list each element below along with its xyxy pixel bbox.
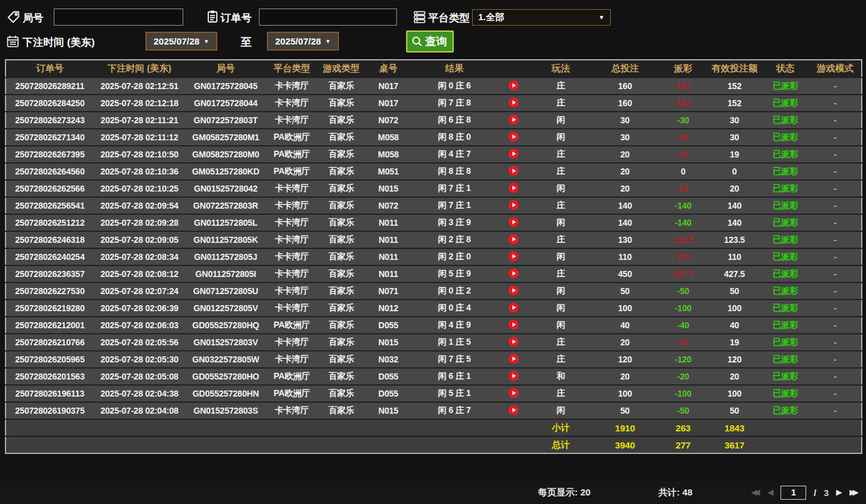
cell-replay <box>497 129 530 146</box>
cell-payout: -100 <box>658 385 707 402</box>
play-replay-icon[interactable] <box>508 405 519 416</box>
play-replay-icon[interactable] <box>508 148 519 159</box>
cell-game-no: GN0112572805I <box>185 265 266 283</box>
order-no-input[interactable] <box>259 9 397 26</box>
cell-platform: 卡卡湾厅 <box>266 283 318 300</box>
cell-order-no: 250728026267395 <box>5 146 93 163</box>
page-input[interactable] <box>780 486 806 500</box>
play-replay-icon[interactable] <box>508 302 519 313</box>
cell-platform: 卡卡湾厅 <box>266 265 318 283</box>
subtotal-label: 小计 <box>530 419 591 436</box>
bet-records-table: 订单号 下注时间 (美东) 局号 平台类型 游戏类型 桌号 结果 玩法 总投注 … <box>5 59 862 454</box>
col-result: 结果 <box>412 60 497 77</box>
cell-game-type: 百家乐 <box>318 231 365 248</box>
cell-table-no: N011 <box>365 248 412 265</box>
last-page-button[interactable]: ▶▶ <box>850 485 859 500</box>
cell-payout: 19 <box>658 146 707 163</box>
play-replay-icon[interactable] <box>508 114 519 125</box>
date-from-picker[interactable]: 2025/07/28 ▼ <box>145 32 217 51</box>
cell-game-no: GN0712572805U <box>185 283 266 300</box>
game-no-input[interactable] <box>54 9 183 26</box>
cell-platform: PA欧洲厅 <box>266 385 318 402</box>
cell-payout: -140 <box>658 197 707 214</box>
cell-total-bet: 30 <box>591 129 658 146</box>
cell-replay <box>497 146 530 163</box>
cell-payout: 20 <box>658 180 707 197</box>
cell-result: 闲 6 庄 7 <box>412 402 497 419</box>
play-replay-icon[interactable] <box>508 200 519 211</box>
col-game-type: 游戏类型 <box>318 60 365 77</box>
next-page-button[interactable]: ▶ <box>836 485 842 500</box>
cell-game-mode: - <box>809 214 862 231</box>
play-replay-icon[interactable] <box>508 251 519 262</box>
cell-valid-bet: 427.5 <box>708 265 762 283</box>
cell-platform: PA欧洲厅 <box>266 317 318 334</box>
date-to-value: 2025/07/28 <box>275 36 321 46</box>
search-button[interactable]: 查询 <box>406 31 454 52</box>
cell-valid-bet: 50 <box>708 402 762 419</box>
subtotal-total-bet: 1910 <box>591 419 658 436</box>
cell-game-type: 百家乐 <box>318 317 365 334</box>
cell-order-no: 250728026205965 <box>5 351 93 368</box>
cell-result: 闲 7 庄 1 <box>412 197 497 214</box>
cell-order-no: 250728026201563 <box>5 368 93 385</box>
cell-game-type: 百家乐 <box>318 197 365 214</box>
platform-type-select[interactable]: 1.全部 ▼ <box>472 9 611 26</box>
cell-table-no: N011 <box>365 231 412 248</box>
subtotal-row: 小计 1910 263 1843 <box>5 419 862 436</box>
date-to-picker[interactable]: 2025/07/28 ▼ <box>267 32 339 51</box>
cell-result: 闲 8 庄 8 <box>412 163 497 180</box>
col-order-no: 订单号 <box>5 60 93 77</box>
cell-platform: 卡卡湾厅 <box>266 112 318 129</box>
cell-valid-bet: 19 <box>708 146 762 163</box>
play-replay-icon[interactable] <box>508 80 519 91</box>
cell-valid-bet: 100 <box>708 300 762 317</box>
play-replay-icon[interactable] <box>508 387 519 398</box>
cell-status: 已派彩 <box>762 402 809 419</box>
cell-status: 已派彩 <box>762 283 809 300</box>
play-replay-icon[interactable] <box>508 234 519 245</box>
play-replay-icon[interactable] <box>508 131 519 142</box>
cell-total-bet: 100 <box>591 300 658 317</box>
table-row: 250728026240254 2025-07-28 02:08:34 GN01… <box>5 248 862 265</box>
cell-table-no: N015 <box>365 402 412 419</box>
table-row: 250728026262566 2025-07-28 02:10:25 GN01… <box>5 180 862 197</box>
prev-page-button[interactable]: ◀ <box>767 485 773 500</box>
cell-status: 已派彩 <box>762 368 809 385</box>
cell-play: 庄 <box>530 146 591 163</box>
cell-replay <box>497 180 530 197</box>
cell-bet-time: 2025-07-28 02:05:08 <box>93 368 185 385</box>
cell-status: 已派彩 <box>762 334 809 351</box>
total-row: 总计 3940 277 3617 <box>5 436 862 453</box>
cell-order-no: 250728026212001 <box>5 317 93 334</box>
cell-game-no: GN0152572803S <box>185 402 266 419</box>
cell-replay <box>497 197 530 214</box>
play-replay-icon[interactable] <box>508 217 519 228</box>
play-replay-icon[interactable] <box>508 353 519 364</box>
cell-valid-bet: 19 <box>708 334 762 351</box>
play-replay-icon[interactable] <box>508 97 519 108</box>
play-replay-icon[interactable] <box>508 319 519 330</box>
play-replay-icon[interactable] <box>508 336 519 347</box>
cell-payout: 19 <box>658 334 707 351</box>
play-replay-icon[interactable] <box>508 165 519 176</box>
cell-game-mode: - <box>809 129 862 146</box>
cell-bet-time: 2025-07-28 02:12:51 <box>93 77 185 95</box>
play-replay-icon[interactable] <box>508 268 519 279</box>
play-replay-icon[interactable] <box>508 370 519 381</box>
cell-game-no: GN0112572805K <box>185 231 266 248</box>
cell-platform: PA欧洲厅 <box>266 146 318 163</box>
table-row: 250728026210766 2025-07-28 02:05:56 GN01… <box>5 334 862 351</box>
cell-order-no: 250728026240254 <box>5 248 93 265</box>
cell-status: 已派彩 <box>762 265 809 283</box>
play-replay-icon[interactable] <box>508 182 519 193</box>
cell-play: 庄 <box>530 95 591 112</box>
table-summary: 小计 1910 263 1843 总计 3940 277 3617 <box>5 419 862 453</box>
cell-game-type: 百家乐 <box>318 95 365 112</box>
cell-game-no: GN0722572803R <box>185 197 266 214</box>
play-replay-icon[interactable] <box>508 285 519 296</box>
cell-platform: PA欧洲厅 <box>266 129 318 146</box>
cell-order-no: 250728026210766 <box>5 334 93 351</box>
cell-game-type: 百家乐 <box>318 368 365 385</box>
first-page-button[interactable]: ◀◀ <box>751 485 760 500</box>
